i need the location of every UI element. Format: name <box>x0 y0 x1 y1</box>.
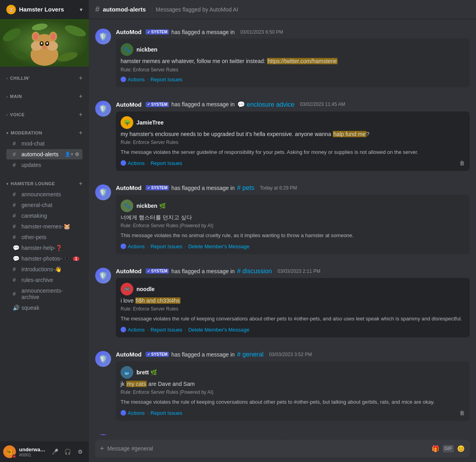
sidebar-item-hamster-photos[interactable]: 💬 hamster-photos-🕶️ 1 <box>6 253 83 264</box>
gift-icon[interactable]: 🎁 <box>432 445 440 452</box>
shield-icon: 🛡 <box>121 160 126 166</box>
actions-button[interactable]: 🛡 Actions <box>121 243 145 249</box>
flagged-message-content: i love fi$h and ch33t4hs <box>121 297 465 305</box>
automod-header: AutoMod ✓SYSTEM has flagged a message in… <box>116 351 470 358</box>
channel-name-label: hamster-photos-🕶️ <box>21 255 71 262</box>
actions-button[interactable]: 🛡 Actions <box>121 160 145 166</box>
sidebar-item-introductions[interactable]: # introductions-👋 <box>6 264 83 274</box>
automod-name: AutoMod <box>116 268 142 274</box>
category-header-hamster-lounge[interactable]: ▾ HAMSTER LOUNGE + <box>3 178 86 189</box>
sidebar-item-squeak[interactable]: 🔊 squeak <box>6 303 83 313</box>
add-channel-button[interactable]: + <box>79 75 83 82</box>
category-main: › MAIN + <box>0 85 89 103</box>
user-controls: 🎤 🎧 ⚙ <box>49 446 86 457</box>
channel-link[interactable]: 💬 enclosure advice <box>237 101 295 108</box>
add-channel-button[interactable]: + <box>79 93 83 100</box>
chevron-right-icon: › <box>6 113 8 117</box>
channel-name-label: other-pets <box>21 234 79 240</box>
channel-header-description: Messages flagged by AutoMod AI <box>152 6 238 13</box>
sidebar-item-announcements-archive[interactable]: # announcements-archive <box>6 286 83 302</box>
flagged-user-avatar: 🌳 <box>121 116 133 129</box>
sidebar-item-hamster-memes[interactable]: # hamster-memes-🐹 <box>6 221 83 232</box>
report-label: Report Issues <box>150 327 182 333</box>
add-member-icon[interactable]: 👤+ <box>65 151 73 157</box>
report-issues-button[interactable]: Report Issues <box>150 243 182 249</box>
flagged-message-content: 너에게 햄스터를 던지고 싶다 <box>121 214 465 222</box>
report-label: Report Issues <box>150 160 182 166</box>
sidebar-item-announcements[interactable]: # announcements <box>6 189 83 199</box>
microphone-button[interactable]: 🎤 <box>49 446 60 457</box>
flagged-username: nickben <box>136 46 157 53</box>
automod-header: AutoMod ✓SYSTEM has flagged a message in… <box>116 268 470 275</box>
category-header-chillin[interactable]: › CHILLIN' + <box>3 73 86 83</box>
automod-entry-4: 🛡️ AutoMod ✓SYSTEM has flagged a message… <box>89 265 476 345</box>
category-hamster-lounge: ▾ HAMSTER LOUNGE + # announcements # gen… <box>0 172 89 315</box>
attach-button[interactable]: + <box>100 445 104 453</box>
user-info: underwat... #0001 <box>19 447 46 457</box>
chevron-down-icon: ▾ <box>80 6 83 13</box>
add-channel-button[interactable]: + <box>79 180 83 187</box>
add-channel-button[interactable]: + <box>79 129 83 136</box>
message-input-container: + 🎁 GIF 😊 <box>95 440 470 457</box>
actions-bar-3: 🛡 Actions · Report Issues · Delete Membe… <box>121 243 465 249</box>
category-chillin: › CHILLIN' + <box>0 67 89 85</box>
trash-button[interactable]: 🗑 <box>459 160 465 166</box>
report-issues-button[interactable]: Report Issues <box>150 77 182 82</box>
sidebar-item-caretaking[interactable]: # caretaking <box>6 211 83 221</box>
headset-button[interactable]: 🎧 <box>62 446 73 457</box>
automod-header: AutoMod ✓SYSTEM has flagged a message in… <box>116 101 470 108</box>
hash-icon: # <box>13 223 19 230</box>
actions-label: Actions <box>128 243 145 249</box>
system-badge: ✓SYSTEM <box>146 268 169 274</box>
sidebar-item-other-pets[interactable]: # other-pets <box>6 232 83 242</box>
report-issues-button[interactable]: Report Issues <box>150 410 182 416</box>
category-header-voice[interactable]: › VOICE + <box>3 109 86 120</box>
report-issues-button[interactable]: Report Issues <box>150 327 182 333</box>
rule-text: Rule: Enforce Server Rules <box>121 67 465 73</box>
sidebar-item-automod-alerts[interactable]: # automod-alerts 👤+ ⚙ <box>6 149 83 159</box>
channel-header: # automod-alerts Messages flagged by Aut… <box>89 0 476 19</box>
main-content: # automod-alerts Messages flagged by Aut… <box>89 0 476 462</box>
channel-link[interactable]: # discussion <box>237 268 272 275</box>
report-label: Report Issues <box>150 243 182 249</box>
rule-text: Rule: Enforce Server Rules <box>121 140 465 145</box>
server-icon: 🐹 <box>6 5 16 14</box>
category-header-main[interactable]: › MAIN + <box>3 91 86 102</box>
channel-link[interactable]: # general <box>237 351 264 358</box>
delete-label: Delete Member's Message <box>188 327 249 333</box>
sidebar-item-updates[interactable]: # updates <box>6 160 83 170</box>
channel-name-label: announcements-archive <box>21 288 79 300</box>
violation-text: The message violates the rule of keeping… <box>121 398 465 406</box>
separator-dot: · <box>147 328 148 332</box>
message-input[interactable] <box>107 445 428 452</box>
emoji-icon[interactable]: 😊 <box>457 445 465 452</box>
timestamp: 03/03/2023 3:52 PM <box>269 352 312 357</box>
flagged-message-4: 🎮 noodle i love fi$h and ch33t4hs Rule: … <box>116 278 470 337</box>
sidebar-item-general-chat[interactable]: # general-chat <box>6 200 83 210</box>
sidebar-item-mod-chat[interactable]: # mod-chat <box>6 138 83 149</box>
actions-button[interactable]: 🛡 Actions <box>121 327 145 333</box>
server-header[interactable]: 🐹 Hamster Lovers ▾ <box>0 0 89 19</box>
shield-icon: 🛡 <box>121 77 126 82</box>
separator-dot: · <box>185 244 186 249</box>
sidebar-item-rules-archive[interactable]: # rules-archive <box>6 275 83 285</box>
flagged-username: brett 🌿 <box>136 369 157 376</box>
add-channel-button[interactable]: + <box>79 111 83 118</box>
category-header-moderation[interactable]: ▾ MODERATION + <box>3 128 86 138</box>
delete-message-button[interactable]: Delete Member's Message <box>188 327 249 333</box>
actions-button[interactable]: 🛡 Actions <box>121 410 145 416</box>
settings-button[interactable]: ⚙ <box>75 446 86 457</box>
settings-icon[interactable]: ⚙ <box>75 151 79 157</box>
delete-message-button[interactable]: Delete Member's Message <box>188 243 249 249</box>
channel-link[interactable]: # pets <box>237 184 255 192</box>
gif-icon[interactable]: GIF <box>443 445 454 452</box>
sidebar-item-hamster-help[interactable]: 💬 hamster-help-❓ <box>6 243 83 253</box>
report-issues-button[interactable]: Report Issues <box>150 160 182 166</box>
flagged-message-2: 🌳 JamieTree my hamster's enclosure needs… <box>116 111 470 171</box>
trash-button[interactable]: 🗑 <box>459 410 465 416</box>
separator-dot: · <box>185 328 186 332</box>
highlighted-phrase: fi$h and ch33t4hs <box>135 297 181 304</box>
actions-button[interactable]: 🛡 Actions <box>121 77 145 82</box>
svg-point-17 <box>33 33 38 40</box>
flagged-message-content: hamster memes are whatever, follow me on… <box>121 58 465 65</box>
